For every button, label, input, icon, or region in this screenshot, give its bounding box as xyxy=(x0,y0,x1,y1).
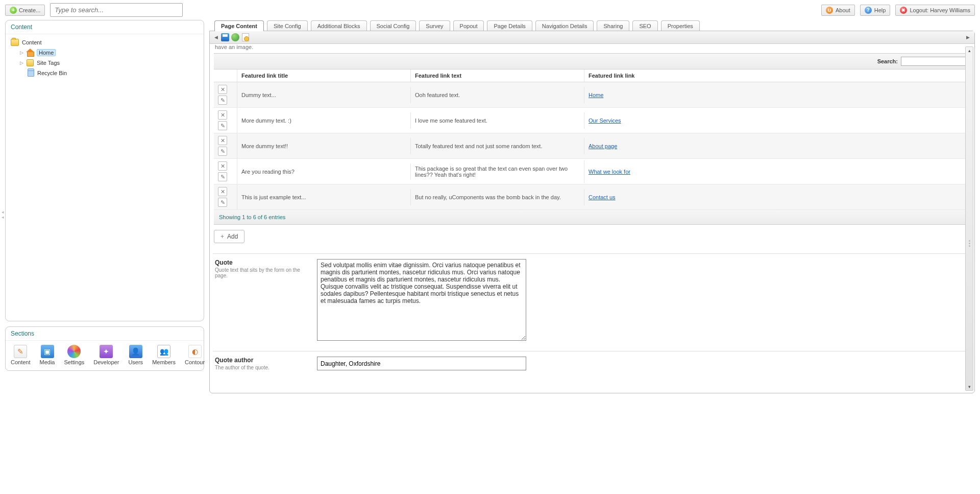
cell-title: More dummy text!! xyxy=(237,138,411,154)
toolbar-scroll-left-icon[interactable]: ◀ xyxy=(213,35,219,40)
tabs: Page Content Site Config Additional Bloc… xyxy=(209,20,975,31)
delete-row-button[interactable]: ✕ xyxy=(218,110,227,120)
expand-icon[interactable]: ▷ xyxy=(20,60,23,65)
main-panel: ◀ ▶ ▴ ▾ have an image. Search: xyxy=(209,31,975,393)
section-contour[interactable]: ◐Contour xyxy=(185,345,205,365)
settings-section-icon xyxy=(67,345,81,358)
preview-button[interactable] xyxy=(241,33,250,42)
toolbar-scroll-right-icon[interactable]: ▶ xyxy=(965,35,971,40)
tab-navigation-details[interactable]: Navigation Details xyxy=(535,20,594,31)
cell-link: Our Services xyxy=(584,112,970,129)
section-label: Settings xyxy=(64,359,85,365)
quote-author-desc: The author of the quote. xyxy=(215,365,307,370)
save-button[interactable] xyxy=(220,33,230,42)
cell-title: Dummy text... xyxy=(237,87,411,103)
cell-text: I love me some featured text. xyxy=(411,112,584,129)
section-developer[interactable]: ✦Developer xyxy=(93,345,119,365)
section-media[interactable]: ▣Media xyxy=(40,345,55,365)
section-settings[interactable]: Settings xyxy=(64,345,85,365)
tab-page-details[interactable]: Page Details xyxy=(487,20,532,31)
section-users[interactable]: 👤Users xyxy=(128,345,143,365)
tab-properties[interactable]: Properties xyxy=(661,20,700,31)
col-title[interactable]: Featured link title xyxy=(237,69,411,82)
globe-icon xyxy=(231,33,239,41)
logout-button[interactable]: ✖ Logout: Harvey Williams xyxy=(895,5,975,16)
tab-seo[interactable]: SEO xyxy=(632,20,657,31)
plus-icon: + xyxy=(10,7,17,14)
section-label: Content xyxy=(11,359,31,365)
cell-link: Contact us xyxy=(584,189,970,205)
edit-row-button[interactable]: ✎ xyxy=(218,147,227,156)
page-search-icon xyxy=(242,33,249,41)
tab-popout[interactable]: Popout xyxy=(453,20,484,31)
add-label: Add xyxy=(227,233,238,240)
content-tree-panel: Content Content ▷ Home ▷ Site Tags xyxy=(5,20,204,321)
tree-item-label: Site Tags xyxy=(37,60,60,66)
panel-scrollbar[interactable]: ▴ ▾ xyxy=(965,46,973,391)
grid-search-input[interactable] xyxy=(901,57,967,66)
tree-item-label: Home xyxy=(37,49,56,56)
contour-section-icon: ◐ xyxy=(188,345,202,358)
home-icon xyxy=(27,49,34,56)
scroll-up-icon[interactable]: ▴ xyxy=(965,46,973,55)
tree-root-label: Content xyxy=(22,39,42,45)
global-search-input[interactable] xyxy=(50,3,183,17)
tab-site-config[interactable]: Site Config xyxy=(267,20,308,31)
users-section-icon: 👤 xyxy=(129,345,142,358)
tab-sharing[interactable]: Sharing xyxy=(597,20,629,31)
delete-row-button[interactable]: ✕ xyxy=(218,85,227,94)
tree-item-home[interactable]: ▷ Home xyxy=(8,48,202,58)
quote-textarea[interactable] xyxy=(317,259,526,341)
help-button[interactable]: ? Help xyxy=(860,5,891,16)
col-text[interactable]: Featured link text xyxy=(411,69,584,82)
panel-drag-handle[interactable] xyxy=(964,225,974,261)
save-icon xyxy=(221,33,229,41)
edit-row-button[interactable]: ✎ xyxy=(218,198,227,207)
edit-row-button[interactable]: ✎ xyxy=(218,121,227,130)
edit-row-button[interactable]: ✎ xyxy=(218,172,227,181)
featured-link[interactable]: Contact us xyxy=(589,194,616,200)
featured-link[interactable]: What we look for xyxy=(589,169,630,175)
create-button[interactable]: + Create... xyxy=(5,5,45,16)
members-section-icon: 👥 xyxy=(157,345,170,358)
developer-section-icon: ✦ xyxy=(100,345,113,358)
tab-additional-blocks[interactable]: Additional Blocks xyxy=(311,20,367,31)
tab-survey[interactable]: Survey xyxy=(419,20,450,31)
recycle-bin-icon xyxy=(28,69,34,77)
delete-row-button[interactable]: ✕ xyxy=(218,136,227,145)
quote-desc: Quote text that sits by the form on the … xyxy=(215,267,307,278)
scroll-down-icon[interactable]: ▾ xyxy=(965,383,973,391)
section-members[interactable]: 👥Members xyxy=(152,345,176,365)
featured-link[interactable]: Our Services xyxy=(589,117,621,124)
table-row: ✕✎More dummy text. :)I love me some feat… xyxy=(214,108,970,133)
delete-row-button[interactable]: ✕ xyxy=(218,161,227,171)
tree-item-recyclebin[interactable]: Recycle Bin xyxy=(8,68,202,78)
cell-link: About page xyxy=(584,138,970,154)
cell-title: More dummy text. :) xyxy=(237,112,411,129)
publish-button[interactable] xyxy=(231,33,240,42)
add-row-button[interactable]: + Add xyxy=(214,230,244,243)
quote-author-field: Quote author The author of the quote. xyxy=(213,351,971,375)
tab-page-content[interactable]: Page Content xyxy=(214,20,264,31)
quote-author-input[interactable] xyxy=(317,357,526,370)
folder-icon xyxy=(11,39,19,46)
tree-item-sitetags[interactable]: ▷ Site Tags xyxy=(8,58,202,68)
about-icon: U xyxy=(826,7,833,14)
expand-icon[interactable]: ▷ xyxy=(20,50,23,55)
section-content[interactable]: ✎Content xyxy=(11,345,31,365)
grid-search-label: Search: xyxy=(877,58,898,64)
delete-row-button[interactable]: ✕ xyxy=(218,187,227,196)
featured-link[interactable]: About page xyxy=(589,143,617,149)
tree-root[interactable]: Content xyxy=(8,37,202,48)
tree-item-label: Recycle Bin xyxy=(37,70,67,76)
featured-links-grid: Search: Featured link title Featured lin… xyxy=(214,53,970,225)
cell-text: Ooh featured text. xyxy=(411,87,584,103)
tag-icon xyxy=(27,59,34,66)
left-collapse-handle[interactable]: ◂◂ xyxy=(0,204,5,225)
edit-row-button[interactable]: ✎ xyxy=(218,96,227,105)
tab-social-config[interactable]: Social Config xyxy=(370,20,416,31)
about-button[interactable]: U About xyxy=(821,5,855,16)
grid-footer-status: Showing 1 to 6 of 6 entries xyxy=(214,210,970,224)
col-link[interactable]: Featured link link xyxy=(584,69,970,82)
featured-link[interactable]: Home xyxy=(589,92,603,98)
